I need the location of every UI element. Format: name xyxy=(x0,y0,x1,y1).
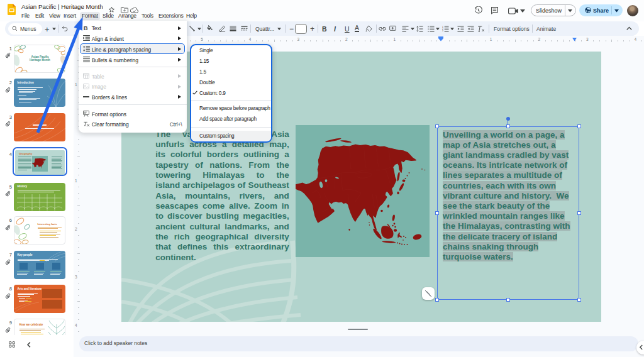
svg-text:3: 3 xyxy=(442,30,443,32)
